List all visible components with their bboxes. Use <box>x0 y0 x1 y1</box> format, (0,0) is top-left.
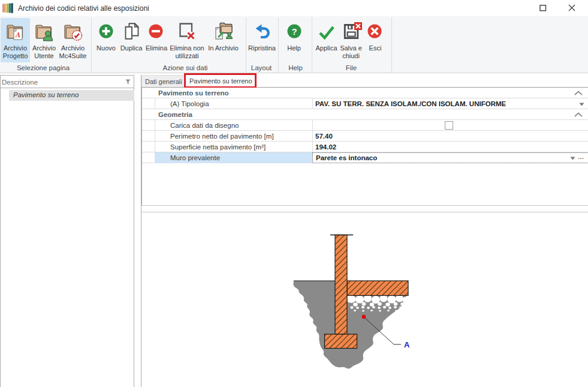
svg-text:A: A <box>404 340 410 349</box>
svg-text:?: ? <box>291 26 297 37</box>
svg-text:A: A <box>15 31 20 39</box>
